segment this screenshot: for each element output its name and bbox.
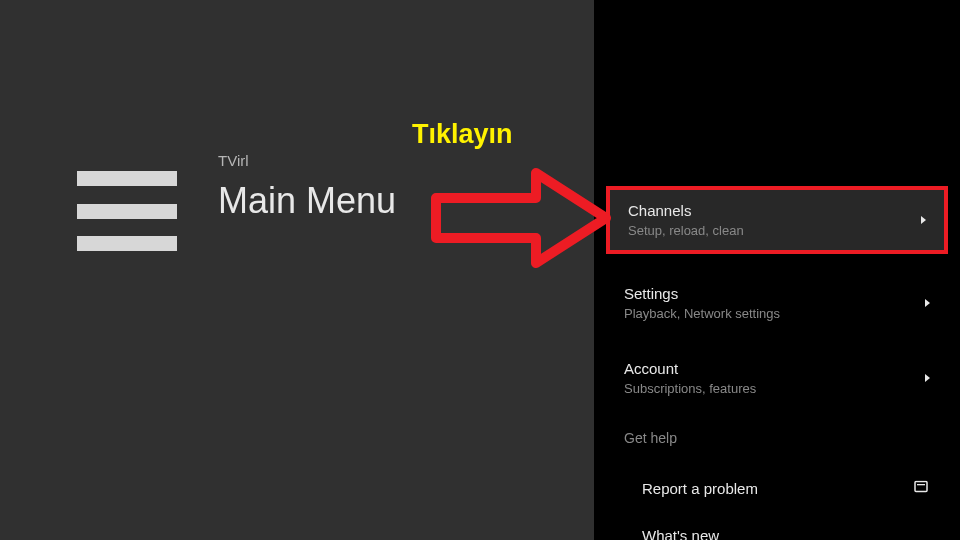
- menu-item-whats-new[interactable]: What's new: [624, 525, 942, 540]
- annotation-label: Tıklayın: [412, 119, 513, 150]
- menu-item-title: Settings: [624, 285, 930, 302]
- sub-item-label: Report a problem: [642, 480, 758, 497]
- menu-item-title: Channels: [628, 202, 926, 219]
- menu-item-report-problem[interactable]: Report a problem: [624, 478, 942, 499]
- menu-item-settings[interactable]: Settings Playback, Network settings: [606, 273, 948, 333]
- chevron-right-icon: [924, 294, 932, 312]
- menu-item-account[interactable]: Account Subscriptions, features: [606, 348, 948, 408]
- menu-item-subtitle: Playback, Network settings: [624, 306, 930, 321]
- right-panel: Channels Setup, reload, clean Settings P…: [594, 0, 960, 540]
- svg-rect-0: [915, 481, 927, 491]
- svg-rect-1: [917, 484, 925, 485]
- sub-item-label: What's new: [642, 527, 719, 540]
- menu-item-subtitle: Subscriptions, features: [624, 381, 930, 396]
- hamburger-icon[interactable]: [77, 171, 177, 251]
- page-title: Main Menu: [218, 180, 396, 222]
- chevron-right-icon: [920, 211, 928, 229]
- app-name: TVirl: [218, 152, 249, 169]
- menu-item-channels[interactable]: Channels Setup, reload, clean: [606, 186, 948, 254]
- chevron-right-icon: [924, 369, 932, 387]
- hamburger-line: [77, 204, 177, 219]
- menu-item-title: Account: [624, 360, 930, 377]
- left-panel: TVirl Main Menu: [0, 0, 594, 540]
- feedback-icon: [914, 480, 928, 497]
- section-header-help: Get help: [624, 430, 677, 446]
- menu-item-subtitle: Setup, reload, clean: [628, 223, 926, 238]
- hamburger-line: [77, 171, 177, 186]
- hamburger-line: [77, 236, 177, 251]
